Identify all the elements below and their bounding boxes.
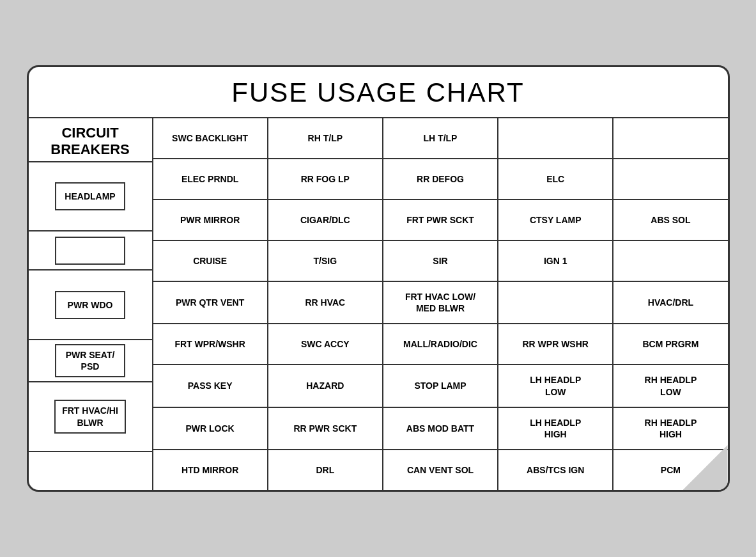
cell-4-4: IGN 1	[498, 241, 613, 281]
cell-6-2: SWC ACCY	[268, 324, 383, 364]
grid-row-2: ELEC PRNDL RR FOG LP RR DEFOG ELC	[153, 159, 728, 200]
grid-row-1: SWC BACKLIGHT RH T/LP LH T/LP	[153, 118, 728, 159]
cell-7-4: LH HEADLPLOW	[498, 365, 613, 406]
grid-row-8: PWR LOCK RR PWR SCKT ABS MOD BATT LH HEA…	[153, 408, 728, 450]
cell-3-1: PWR MIRROR	[153, 200, 268, 240]
cell-5-3: FRT HVAC LOW/MED BLWR	[383, 282, 498, 323]
left-item-pwrwdo: PWR WDO	[29, 271, 152, 340]
cell-4-2: T/SIG	[268, 241, 383, 281]
left-items: HEADLAMP PWR WDO PWR SEAT/PSD FRT HVAC/H…	[29, 162, 152, 490]
cell-6-3: MALL/RADIO/DIC	[383, 324, 498, 364]
right-grid: SWC BACKLIGHT RH T/LP LH T/LP ELEC PRNDL…	[153, 118, 728, 490]
cell-2-1: ELEC PRNDL	[153, 159, 268, 199]
cell-1-5	[613, 118, 727, 158]
cell-3-2: CIGAR/DLC	[268, 200, 383, 240]
left-item-pwrseat: PWR SEAT/PSD	[29, 340, 152, 382]
circuit-breakers-header: CIRCUITBREAKERS	[29, 118, 152, 162]
grid-row-7: PASS KEY HAZARD STOP LAMP LH HEADLPLOW R…	[153, 365, 728, 407]
grid-row-5: PWR QTR VENT RR HVAC FRT HVAC LOW/MED BL…	[153, 282, 728, 324]
frthvac-box: FRT HVAC/HIBLWR	[54, 400, 126, 433]
chart-body: CIRCUITBREAKERS HEADLAMP PWR WDO PWR SEA…	[29, 118, 728, 490]
left-item-empty	[29, 231, 152, 271]
cell-3-5: ABS SOL	[613, 200, 727, 240]
cell-5-1: PWR QTR VENT	[153, 282, 268, 323]
cell-1-1: SWC BACKLIGHT	[153, 118, 268, 158]
cell-4-5	[613, 241, 727, 281]
cell-6-4: RR WPR WSHR	[498, 324, 613, 364]
cell-5-4	[498, 282, 613, 323]
left-item-last	[29, 452, 152, 490]
left-item-frthvac: FRT HVAC/HIBLWR	[29, 382, 152, 452]
cell-9-3: CAN VENT SOL	[383, 450, 498, 490]
cell-2-4: ELC	[498, 159, 613, 199]
cell-8-4: LH HEADLPHIGH	[498, 408, 613, 449]
cell-8-1: PWR LOCK	[153, 408, 268, 449]
chart-title: FUSE USAGE CHART	[29, 67, 728, 118]
chart-container: FUSE USAGE CHART CIRCUITBREAKERS HEADLAM…	[27, 65, 730, 492]
cell-8-2: RR PWR SCKT	[268, 408, 383, 449]
cell-5-5: HVAC/DRL	[613, 282, 727, 323]
grid-row-4: CRUISE T/SIG SIR IGN 1	[153, 241, 728, 282]
cell-1-4	[498, 118, 613, 158]
grid-row-9: HTD MIRROR DRL CAN VENT SOL ABS/TCS IGN …	[153, 450, 728, 490]
cell-7-3: STOP LAMP	[383, 365, 498, 406]
cell-1-3: LH T/LP	[383, 118, 498, 158]
headlamp-box: HEADLAMP	[55, 182, 125, 210]
cell-6-1: FRT WPR/WSHR	[153, 324, 268, 364]
cell-9-4: ABS/TCS IGN	[498, 450, 613, 490]
cell-9-2: DRL	[268, 450, 383, 490]
cell-9-1: HTD MIRROR	[153, 450, 268, 490]
empty-box	[55, 237, 125, 265]
left-item-headlamp: HEADLAMP	[29, 162, 152, 232]
grid-row-3: PWR MIRROR CIGAR/DLC FRT PWR SCKT CTSY L…	[153, 200, 728, 241]
cell-3-4: CTSY LAMP	[498, 200, 613, 240]
cell-7-5: RH HEADLPLOW	[613, 365, 727, 406]
cell-5-2: RR HVAC	[268, 282, 383, 323]
cell-8-5: RH HEADLPHIGH	[613, 408, 727, 449]
cell-4-1: CRUISE	[153, 241, 268, 281]
cell-3-3: FRT PWR SCKT	[383, 200, 498, 240]
pwrseat-box: PWR SEAT/PSD	[55, 344, 125, 377]
cell-4-3: SIR	[383, 241, 498, 281]
cell-7-2: HAZARD	[268, 365, 383, 406]
cell-1-2: RH T/LP	[268, 118, 383, 158]
cell-2-5	[613, 159, 727, 199]
pwrwdo-box: PWR WDO	[55, 291, 125, 319]
cell-8-3: ABS MOD BATT	[383, 408, 498, 449]
grid-row-6: FRT WPR/WSHR SWC ACCY MALL/RADIO/DIC RR …	[153, 324, 728, 365]
cell-2-3: RR DEFOG	[383, 159, 498, 199]
cell-7-1: PASS KEY	[153, 365, 268, 406]
cell-6-5: BCM PRGRM	[613, 324, 727, 364]
left-column: CIRCUITBREAKERS HEADLAMP PWR WDO PWR SEA…	[29, 118, 153, 490]
cell-2-2: RR FOG LP	[268, 159, 383, 199]
